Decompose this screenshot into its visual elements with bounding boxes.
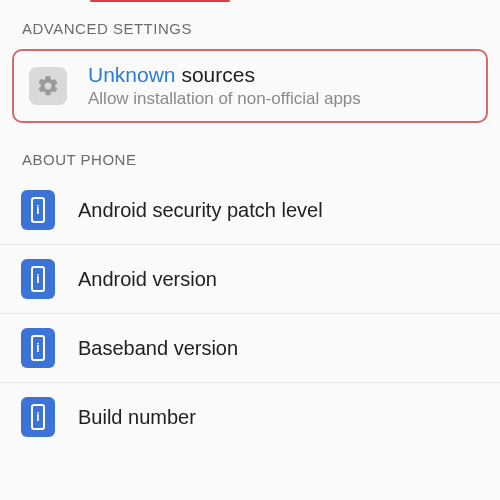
info-icon: i: [18, 328, 58, 368]
title-accent: Unknown: [88, 63, 176, 86]
item-subtitle: Allow installation of non-official apps: [88, 89, 361, 109]
section-header-about: ABOUT PHONE: [0, 133, 500, 176]
item-label: Android version: [78, 268, 217, 291]
item-android-version[interactable]: i Android version: [0, 245, 500, 313]
info-icon: i: [18, 397, 58, 437]
item-title: Unknown sources: [88, 63, 361, 87]
item-baseband-version[interactable]: i Baseband version: [0, 314, 500, 382]
item-label: Build number: [78, 406, 196, 429]
title-rest: sources: [176, 63, 255, 86]
item-unknown-sources[interactable]: Unknown sources Allow installation of no…: [12, 49, 488, 123]
gear-icon: [28, 66, 68, 106]
info-icon: i: [18, 259, 58, 299]
info-icon: i: [18, 190, 58, 230]
item-text: Unknown sources Allow installation of no…: [88, 63, 361, 109]
item-label: Baseband version: [78, 337, 238, 360]
item-label: Android security patch level: [78, 199, 323, 222]
section-header-advanced: ADVANCED SETTINGS: [0, 2, 500, 45]
item-build-number[interactable]: i Build number: [0, 383, 500, 451]
item-security-patch[interactable]: i Android security patch level: [0, 176, 500, 244]
